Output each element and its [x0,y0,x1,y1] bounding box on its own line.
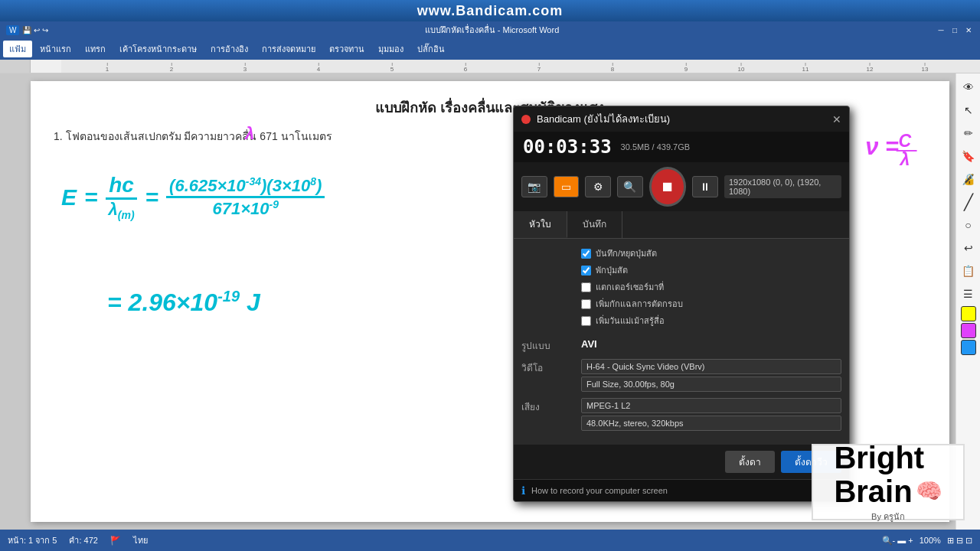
checkbox-cursor[interactable] [581,282,591,292]
recording-indicator [521,115,531,124]
status-zoom-controls[interactable]: 🔍- ▬ + [882,536,913,546]
eq-E: E [61,184,77,210]
checkbox-section: บันทึก/หยุดปุ่มสัต พักปุ่มสัต แตกเดอร์เซ… [521,246,841,331]
status-page: หน้า: 1 จาก 5 [8,533,57,547]
ribbon-tab-view[interactable]: มุมมอง [372,41,410,57]
eq-num-values: (6.625×10-34)(3×108) [166,175,325,198]
checkbox-mouse[interactable] [581,316,591,326]
ribbon-tab-review[interactable]: ตรวจทาน [323,41,371,57]
status-flag: 🚩 [110,536,121,546]
ribbon-tab-mailings[interactable]: การส่งจดหมาย [256,41,322,57]
lambda-annotation: λ [245,124,254,144]
camera-button[interactable]: 📷 [521,176,547,197]
status-view-buttons[interactable]: ⊞ ⊟ ⊡ [947,536,972,546]
eq-values-fraction: (6.625×10-34)(3×108) 671×10-9 [166,175,325,220]
checkbox-label [521,246,575,248]
checkbox-mouse-label: เพิ่มวันแม่เม้าสรู้สี่อ [596,314,665,328]
word-title: แบบฝึกหัดเรื่องคลื่น - Microsoft Word [48,23,936,37]
dialog-timer-bar: 00:03:33 30.5MB / 439.7GB [514,132,849,162]
tool-undo[interactable]: ↩ [958,237,979,259]
tool-color-pink[interactable] [961,323,976,338]
minimize-button[interactable]: ─ [936,24,946,35]
logo-by: By ครูนัก [871,510,905,523]
video-detail: Full Size, 30.00fps, 80g [581,377,841,392]
video-content: H-64 - Quick Sync Video (VBrv) Full Size… [581,359,841,392]
resolution-label: 1920x1080 (0, 0), (1920, 1080) [724,175,841,198]
tool-color-blue[interactable] [961,340,976,355]
checkbox-row-1: บันทึก/หยุดปุ่มสัต [581,246,841,260]
eq-equals1: = [84,184,98,210]
tool-circle[interactable]: ○ [958,214,979,236]
dialog-tab-general[interactable]: หัวใบ [514,211,567,238]
word-icon: W [6,25,19,35]
format-row: รูปแบบ AVI [521,337,841,353]
checkbox-row-3: แตกเดอร์เซอร์มาที่ [581,280,841,294]
eq-den-values: 671×10-9 [210,198,282,219]
dialog-tabs: หัวใบ บันทึก [514,211,849,239]
audio-row: เสียง MPEG-1 L2 48.0KHz, stereo, 320kbps [521,398,841,431]
dialog-footer: ตั้งดา ตั้งดาวีว [514,445,849,479]
info-icon: ℹ [521,484,525,497]
status-bar: หน้า: 1 จาก 5 คำ: 472 🚩 ไทย 🔍- ▬ + 100% … [0,530,980,551]
window-controls[interactable]: ─ □ ✕ [936,24,974,35]
dialog-title-text: Bandicam (ยังไม่ได้ลงทะเบียน) [537,111,826,127]
checkbox-record-stop[interactable] [581,249,591,259]
ribbon-tab-references[interactable]: การอ้างอิง [204,41,254,57]
word-title-bar: W 💾 ↩ ↪ แบบฝึกหัดเรื่องคลื่น - Microsoft… [0,21,980,38]
status-words: คำ: 472 [69,533,97,547]
dialog-controls: 📷 ▭ ⚙ 🔍 ⏹ ⏸ 1920x1080 (0, 0), (1920, 108… [514,162,849,211]
checkbox-capture-label: เพิ่มกักแฉลการตัดกรอบ [596,297,683,311]
dialog-tab-record[interactable]: บันทึก [567,211,622,238]
word-ribbon: แฟ้ม หน้าแรก แทรก เค้าโครงหน้ากระดาษ การ… [0,38,980,60]
format-value-display: AVI [581,338,597,350]
ribbon-tab-plugin[interactable]: ปลั๊กอิน [411,41,451,57]
tool-lines[interactable]: ☰ [958,283,979,305]
tool-cursor[interactable]: ↖ [958,99,979,121]
settings-button-footer[interactable]: ตั้งดา [725,451,775,473]
format-content: AVI [581,337,841,350]
status-lang: ไทย [133,533,148,547]
ribbon-tab-layout[interactable]: เค้าโครงหน้ากระดาษ [113,41,203,57]
tool-line[interactable]: ╱ [958,191,979,213]
video-row: วิดีโอ H-64 - Quick Sync Video (VBrv) Fu… [521,359,841,392]
tool-bookmark[interactable]: 🔖 [958,145,979,167]
settings-button[interactable]: ⚙ [585,176,611,197]
eq-denominator: λ(m) [106,200,138,221]
eq-numerator: hc [106,173,137,200]
tool-pen[interactable]: ✏ [958,122,979,144]
logo-brain-icon: 🧠 [916,480,942,504]
rectangle-button[interactable]: ▭ [554,176,580,197]
dialog-info-bar: ℹ How to record your computer screen [514,479,849,501]
bandicam-dialog: Bandicam (ยังไม่ได้ลงทะเบียน) ✕ 00:03:33… [513,106,850,502]
record-stop-button[interactable]: ⏹ [649,167,687,207]
checkbox-capture[interactable] [581,299,591,309]
audio-codec[interactable]: MPEG-1 L2 [581,398,841,413]
ribbon-tab-insert[interactable]: หน้าแรก [34,41,77,57]
timer-display: 00:03:33 [523,136,612,158]
checkbox-row-5: เพิ่มวันแม่เม้าสรู้สี่อ [581,314,841,328]
ribbon-tab-home[interactable]: แฟ้ม [3,41,32,57]
search-button[interactable]: 🔍 [617,176,643,197]
tool-eye[interactable]: 👁 [958,77,979,98]
bandicam-url: www.Bandicam.com [417,3,563,19]
tool-clipboard[interactable]: 📋 [958,260,979,282]
ribbon-tab-track[interactable]: แทรก [79,41,112,57]
video-codec[interactable]: H-64 - Quick Sync Video (VBrv) [581,359,841,374]
math-equation-block: E = hc λ(m) = (6.625×10-34)(3×108) 671×1… [61,173,325,221]
checkbox-row-2: พักปุ่มสัต [581,263,841,277]
close-button[interactable]: ✕ [963,24,974,35]
maximize-button[interactable]: □ [949,24,960,35]
tool-lock[interactable]: 🔏 [958,168,979,190]
checkbox-cursor-label: แตกเดอร์เซอร์มาที่ [596,280,664,294]
status-right: 🔍- ▬ + 100% ⊞ ⊟ ⊡ [882,536,972,546]
bright-brain-logo: Bright Brain 🧠 By ครูนัก [812,444,965,520]
eq-equals2: = [145,184,159,210]
bandicam-watermark-bar: www.Bandicam.com [0,0,980,21]
dialog-close-button[interactable]: ✕ [832,113,841,126]
pause-button[interactable]: ⏸ [692,176,718,197]
checkbox-row-4: เพิ่มกักแฉลการตัดกรอบ [581,297,841,311]
logo-brain-text: Brain [834,474,912,508]
tool-color-yellow[interactable] [961,306,976,321]
checkbox-pause[interactable] [581,266,591,276]
status-zoom-level: 100% [920,536,941,545]
